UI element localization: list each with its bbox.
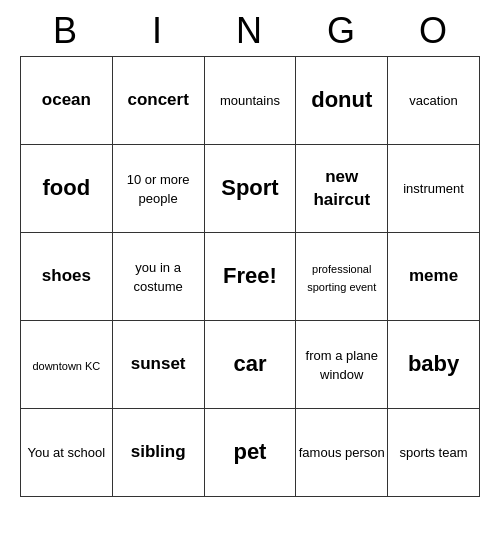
bingo-grid: oceanconcertmountainsdonutvacationfood10… (20, 56, 480, 497)
cell-1-1: 10 or more people (112, 145, 204, 233)
cell-0-4: vacation (388, 57, 480, 145)
cell-text-3-2: car (233, 351, 266, 376)
cell-0-3: donut (296, 57, 388, 145)
cell-4-4: sports team (388, 409, 480, 497)
cell-text-2-4: meme (409, 266, 458, 285)
cell-text-4-3: famous person (299, 445, 385, 460)
cell-2-1: you in a costume (112, 233, 204, 321)
cell-4-1: sibling (112, 409, 204, 497)
cell-4-2: pet (204, 409, 296, 497)
cell-text-4-4: sports team (400, 445, 468, 460)
cell-text-2-0: shoes (42, 266, 91, 285)
header-g: G (296, 10, 388, 52)
cell-text-4-1: sibling (131, 442, 186, 461)
cell-1-2: Sport (204, 145, 296, 233)
cell-3-2: car (204, 321, 296, 409)
cell-4-0: You at school (21, 409, 113, 497)
cell-0-1: concert (112, 57, 204, 145)
cell-2-3: professional sporting event (296, 233, 388, 321)
cell-text-1-4: instrument (403, 181, 464, 196)
cell-2-4: meme (388, 233, 480, 321)
cell-3-1: sunset (112, 321, 204, 409)
cell-1-0: food (21, 145, 113, 233)
header-i: I (112, 10, 204, 52)
cell-3-0: downtown KC (21, 321, 113, 409)
cell-text-0-2: mountains (220, 93, 280, 108)
cell-text-4-0: You at school (28, 445, 106, 460)
cell-text-1-3: new haircut (313, 167, 370, 208)
cell-2-0: shoes (21, 233, 113, 321)
cell-3-3: from a plane window (296, 321, 388, 409)
cell-0-2: mountains (204, 57, 296, 145)
cell-1-3: new haircut (296, 145, 388, 233)
cell-text-3-1: sunset (131, 354, 186, 373)
header-n: N (204, 10, 296, 52)
cell-1-4: instrument (388, 145, 480, 233)
cell-text-3-3: from a plane window (306, 348, 378, 382)
cell-0-0: ocean (21, 57, 113, 145)
cell-text-0-3: donut (311, 87, 372, 112)
cell-text-3-0: downtown KC (32, 360, 100, 372)
cell-text-1-0: food (43, 175, 91, 200)
cell-2-2: Free! (204, 233, 296, 321)
cell-3-4: baby (388, 321, 480, 409)
cell-text-1-2: Sport (221, 175, 278, 200)
cell-text-0-4: vacation (409, 93, 457, 108)
cell-text-1-1: 10 or more people (127, 172, 190, 206)
cell-text-2-3: professional sporting event (307, 263, 376, 293)
cell-text-2-2: Free! (223, 263, 277, 288)
cell-text-3-4: baby (408, 351, 459, 376)
cell-text-2-1: you in a costume (134, 260, 183, 294)
cell-text-0-1: concert (127, 90, 188, 109)
cell-text-4-2: pet (233, 439, 266, 464)
cell-text-0-0: ocean (42, 90, 91, 109)
bingo-header: B I N G O (20, 10, 480, 52)
header-b: B (20, 10, 112, 52)
header-o: O (388, 10, 480, 52)
cell-4-3: famous person (296, 409, 388, 497)
